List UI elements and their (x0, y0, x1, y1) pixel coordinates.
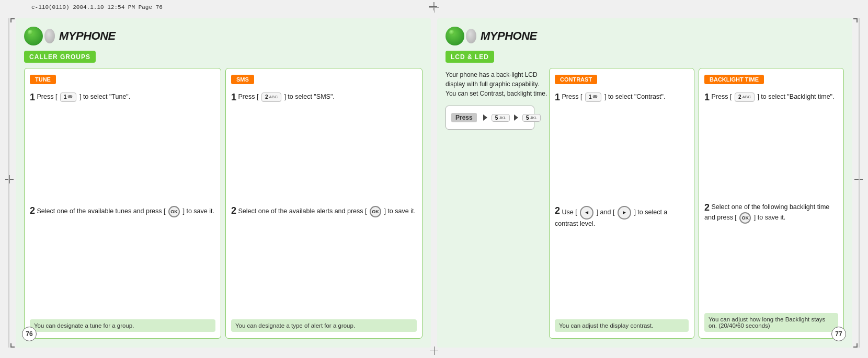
corner-br (853, 343, 858, 348)
corner-tl (10, 18, 15, 22)
tune-ok-icon: OK (168, 206, 180, 217)
tune-step2-num: 2 (30, 205, 35, 216)
sms-badge: SMS (231, 75, 254, 84)
crosshair-bottom (430, 347, 438, 355)
arrow-1 (483, 114, 487, 121)
backlight-step2: 2 Select one of the following backlight … (704, 203, 838, 308)
tune-step1: 1 Press [ 1☎ ] to select "Tune". (30, 93, 215, 201)
contrast-badge: CONTRAST (555, 75, 597, 84)
contrast-key1: 1☎ (585, 93, 602, 102)
contrast-step1-num: 1 (555, 92, 560, 102)
backlight-ok-icon: OK (739, 212, 751, 224)
section-header-77: LCD & LED (446, 51, 494, 63)
contrast-box: CONTRAST 1 Press [ 1☎ ] to select "Contr… (549, 68, 694, 339)
page-77: MYPHONE LCD & LED Your phone has a back-… (437, 18, 852, 348)
tune-step2: 2 Select one of the available tunes and … (30, 206, 215, 314)
logo-circle-76 (24, 27, 43, 45)
contrast-nav-left: ◀ (580, 206, 593, 220)
press-box: Press 5JKL 5JK (446, 106, 534, 130)
crosshair-left (5, 175, 14, 183)
sms-step1: 1 Press [ 2ABC ] to select "SMS". (231, 93, 417, 201)
tune-note: You can designate a tune for a group. (30, 319, 215, 332)
tune-box: TUNE 1 Press [ 1☎ ] to select "Tune". 2 … (24, 68, 221, 339)
backlight-badge: BACKLIGHT TIME (704, 75, 764, 84)
backlight-step1-num: 1 (704, 92, 710, 102)
desc-col: Your phone has a back-light LCD display … (446, 68, 545, 339)
contrast-step2: 2 Use [ ◀ ] and [ ▶ ] to select a contra… (555, 206, 689, 314)
tune-badge: TUNE (30, 75, 56, 84)
brand-name-76: MYPHONE (59, 29, 116, 43)
press-key-5a: 5JKL (492, 114, 510, 122)
sms-ok-icon: OK (370, 206, 381, 217)
logo-circle-77 (446, 27, 464, 45)
page-num-77: 77 (831, 327, 846, 341)
brand-name-77: MYPHONE (481, 29, 537, 43)
contrast-nav-right: ▶ (618, 206, 631, 220)
sms-step1-num: 1 (231, 92, 236, 102)
section-header-76: CALLER GROUPS (24, 51, 96, 63)
press-key-5b: 5JKL (522, 114, 541, 122)
logo-oval-77 (466, 29, 476, 43)
backlight-step1: 1 Press [ 2ABC ] to select "Backlight ti… (704, 93, 838, 198)
press-label: Press (451, 113, 477, 122)
sms-step2: 2 Select one of the available alerts and… (231, 206, 417, 314)
crosshair-top (429, 2, 439, 13)
page-76: MYPHONE CALLER GROUPS TUNE 1 Press [ 1☎ (16, 18, 431, 348)
arrow-2 (514, 114, 518, 121)
tune-step1-text: Press [ (37, 93, 58, 100)
backlight-note: You can adjust how long the Backlight st… (704, 313, 838, 332)
print-header: c-110(0110) 2004.1.10 12:54 PM Page 76 (31, 4, 163, 10)
sms-key1: 2ABC (261, 93, 281, 102)
corner-tr (853, 18, 858, 22)
contrast-step2-num: 2 (555, 205, 560, 216)
tune-step1-num: 1 (30, 92, 35, 102)
contrast-note: You can adjust the display contrast. (555, 319, 689, 332)
backlight-key1: 2ABC (735, 93, 755, 102)
contrast-step1: 1 Press [ 1☎ ] to select "Contrast". (555, 93, 689, 201)
sms-step2-num: 2 (231, 205, 236, 216)
lcd-description: Your phone has a back-light LCD display … (446, 68, 550, 100)
sms-box: SMS 1 Press [ 2ABC ] to select "SMS". 2 … (225, 68, 422, 339)
pages-container: MYPHONE CALLER GROUPS TUNE 1 Press [ 1☎ (16, 18, 852, 348)
three-col-77: Your phone has a back-light LCD display … (446, 68, 844, 339)
logo-oval-76 (44, 29, 55, 43)
tune-key1: 1☎ (60, 93, 77, 102)
corner-bl (10, 343, 15, 348)
backlight-box: BACKLIGHT TIME 1 Press [ 2ABC ] to selec… (699, 68, 844, 339)
sms-note: You can designate a type of alert for a … (231, 319, 417, 332)
logo-area-77: MYPHONE (446, 27, 844, 45)
page-num-76: 76 (22, 327, 37, 341)
logo-area-76: MYPHONE (24, 27, 422, 45)
page-wrapper: c-110(0110) 2004.1.10 12:54 PM Page 76 M… (0, 0, 868, 358)
backlight-step2-num: 2 (704, 202, 710, 213)
two-col-76: TUNE 1 Press [ 1☎ ] to select "Tune". 2 … (24, 68, 422, 339)
